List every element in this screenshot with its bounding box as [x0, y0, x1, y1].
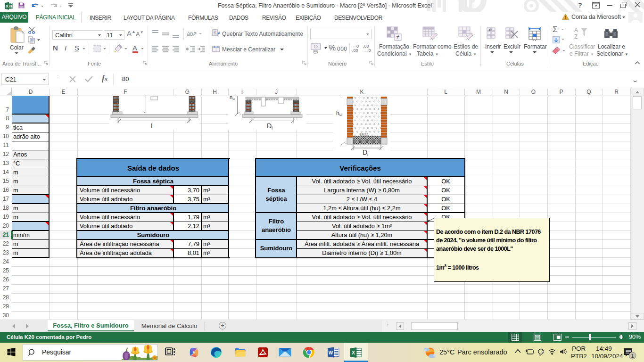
- svg-text:L: L: [151, 122, 155, 130]
- svg-text:1: 1: [631, 353, 634, 359]
- svg-text:ab: ab: [187, 31, 193, 37]
- svg-text:Z: Z: [574, 33, 578, 40]
- svg-text:≠: ≠: [396, 34, 400, 41]
- svg-text:A: A: [574, 27, 578, 33]
- svg-text:X: X: [352, 350, 355, 355]
- svg-text:W: W: [329, 350, 333, 355]
- svg-text:BRITA: BRITA: [360, 133, 369, 136]
